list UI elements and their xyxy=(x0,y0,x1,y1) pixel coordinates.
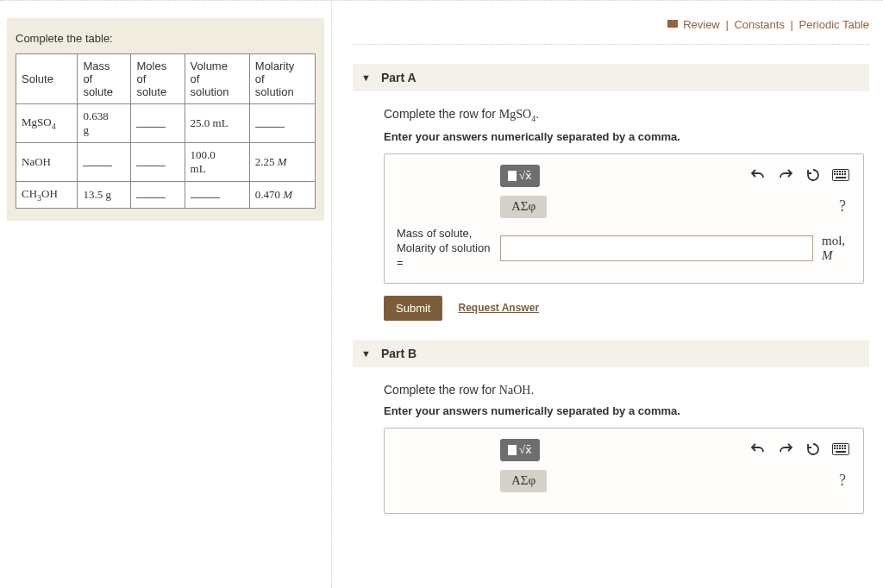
reset-icon[interactable] xyxy=(803,439,824,460)
svg-rect-15 xyxy=(834,445,836,447)
svg-rect-13 xyxy=(508,445,517,455)
svg-rect-23 xyxy=(842,447,843,449)
cell-molarity: 0.470 M xyxy=(249,182,315,209)
answer-unit: mol,M xyxy=(822,234,851,263)
table-row: CH3OH 13.5 g 0.470 M xyxy=(16,182,316,209)
cell-solute: MgSO4 xyxy=(16,104,78,143)
svg-rect-4 xyxy=(839,171,841,172)
template-button[interactable]: √x̄ xyxy=(500,165,540,187)
resource-links: Review | Constants | Periodic Table xyxy=(353,11,869,45)
cell-solute: CH3OH xyxy=(16,182,78,209)
part-b-header[interactable]: ▼ Part B xyxy=(353,340,869,367)
cell-mass xyxy=(78,143,131,182)
cell-moles xyxy=(131,104,185,143)
cell-mass: 0.638g xyxy=(78,104,131,143)
col-molarity: Molarityofsolution xyxy=(249,54,315,104)
redo-icon[interactable] xyxy=(775,165,796,185)
svg-rect-0 xyxy=(508,171,517,181)
cell-solute: NaOH xyxy=(16,143,78,182)
book-icon xyxy=(667,19,679,32)
col-mass: Massofsolute xyxy=(78,54,131,104)
cell-volume: 25.0 mL xyxy=(185,104,249,143)
constants-link[interactable]: Constants xyxy=(734,18,785,31)
col-moles: Molesofsolute xyxy=(131,54,185,104)
part-a-question: Complete the row for MgSO4. xyxy=(384,107,864,123)
greek-symbols-button[interactable]: ΑΣφ xyxy=(500,196,547,218)
svg-rect-7 xyxy=(834,173,836,175)
review-link[interactable]: Review xyxy=(683,18,720,31)
part-a: ▼ Part A Complete the row for MgSO4. Ent… xyxy=(353,64,869,320)
svg-rect-22 xyxy=(839,447,841,449)
svg-rect-18 xyxy=(842,445,843,447)
cell-volume: 100.0mL xyxy=(185,143,249,182)
svg-rect-11 xyxy=(844,173,846,175)
undo-icon[interactable] xyxy=(748,165,768,185)
cell-volume xyxy=(185,182,249,209)
cell-molarity xyxy=(249,104,315,143)
svg-rect-25 xyxy=(836,451,846,453)
answer-box-b: √x̄ xyxy=(384,428,864,514)
template-button[interactable]: √x̄ xyxy=(500,439,540,461)
collapse-icon: ▼ xyxy=(361,72,371,83)
table-row: MgSO4 0.638g 25.0 mL xyxy=(16,104,316,143)
svg-rect-6 xyxy=(844,171,846,172)
svg-rect-12 xyxy=(836,177,846,178)
part-b-instruction: Enter your answers numerically separated… xyxy=(384,404,864,417)
svg-rect-2 xyxy=(834,171,836,172)
submit-button[interactable]: Submit xyxy=(384,296,442,321)
cell-moles xyxy=(131,143,185,182)
undo-icon[interactable] xyxy=(748,439,768,460)
svg-rect-10 xyxy=(842,173,843,175)
periodic-table-link[interactable]: Periodic Table xyxy=(799,18,869,31)
keyboard-icon[interactable] xyxy=(830,165,851,185)
svg-rect-21 xyxy=(836,447,838,449)
svg-rect-20 xyxy=(834,447,836,449)
col-volume: Volumeofsolution xyxy=(185,54,249,104)
cell-molarity: 2.25 M xyxy=(249,143,315,182)
answer-box-a: √x̄ xyxy=(384,153,864,284)
solute-table: Solute Massofsolute Molesofsolute Volume… xyxy=(16,53,316,209)
part-a-header[interactable]: ▼ Part A xyxy=(353,64,869,91)
question-panel: Complete the table: Solute Massofsolute … xyxy=(7,18,324,221)
cell-moles xyxy=(131,182,185,209)
part-b-question: Complete the row for NaOH. xyxy=(384,383,864,397)
svg-rect-24 xyxy=(844,447,846,449)
request-answer-link[interactable]: Request Answer xyxy=(458,302,539,314)
svg-rect-5 xyxy=(842,171,843,172)
svg-rect-17 xyxy=(839,445,841,447)
table-header-row: Solute Massofsolute Molesofsolute Volume… xyxy=(16,54,316,104)
svg-rect-8 xyxy=(836,173,838,175)
svg-rect-9 xyxy=(839,173,841,175)
redo-icon[interactable] xyxy=(775,439,796,460)
part-a-instruction: Enter your answers numerically separated… xyxy=(384,130,864,143)
keyboard-icon[interactable] xyxy=(830,439,851,460)
part-a-title: Part A xyxy=(381,71,416,84)
help-icon[interactable]: ? xyxy=(834,472,851,490)
part-b: ▼ Part B Complete the row for NaOH. Ente… xyxy=(353,340,869,514)
svg-rect-19 xyxy=(844,445,846,447)
table-row: NaOH 100.0mL 2.25 M xyxy=(16,143,316,182)
part-b-title: Part B xyxy=(381,347,416,360)
help-icon[interactable]: ? xyxy=(834,197,851,216)
answer-input-a[interactable] xyxy=(500,235,813,261)
question-prompt: Complete the table: xyxy=(16,32,316,45)
col-solute: Solute xyxy=(16,54,78,104)
reset-icon[interactable] xyxy=(803,165,824,185)
svg-rect-16 xyxy=(836,445,838,447)
cell-mass: 13.5 g xyxy=(78,182,131,209)
collapse-icon: ▼ xyxy=(361,348,371,359)
answer-label: Mass of solute, Molarity of solution = xyxy=(397,227,492,271)
greek-symbols-button[interactable]: ΑΣφ xyxy=(500,470,547,492)
svg-rect-3 xyxy=(836,171,838,172)
